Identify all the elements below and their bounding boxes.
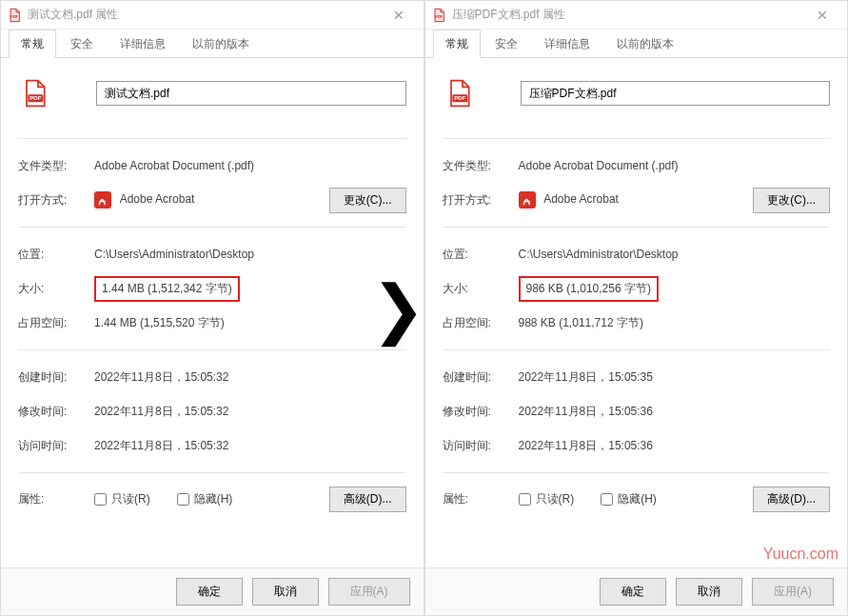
pdf-file-icon: PDF <box>7 8 22 23</box>
titlebar: PDF 测试文档.pdf 属性 ✕ <box>1 1 424 30</box>
window-title: 压缩PDF文档.pdf 属性 <box>452 7 804 23</box>
location-value: C:\Users\Administrator\Desktop <box>519 248 831 261</box>
hidden-checkbox[interactable]: 隐藏(H) <box>177 491 233 507</box>
ok-button[interactable]: 确定 <box>600 578 666 606</box>
modified-value: 2022年11月8日，15:05:32 <box>94 404 406 420</box>
openwith-text: Adobe Acrobat <box>543 192 619 206</box>
tab-security[interactable]: 安全 <box>483 30 530 58</box>
footer: 确定 取消 应用(A) <box>425 567 848 615</box>
close-button[interactable]: ✕ <box>380 8 418 23</box>
hidden-input[interactable] <box>177 493 189 506</box>
location-label: 位置: <box>18 247 94 263</box>
location-label: 位置: <box>443 247 519 263</box>
window-title: 测试文档.pdf 属性 <box>28 7 380 23</box>
separator <box>443 227 831 228</box>
close-button[interactable]: ✕ <box>803 8 841 23</box>
separator <box>18 227 406 228</box>
readonly-checkbox[interactable]: 只读(R) <box>94 491 150 507</box>
readonly-text: 只读(R) <box>111 491 150 507</box>
separator <box>443 472 831 473</box>
separator <box>18 138 406 139</box>
openwith-label: 打开方式: <box>18 192 94 209</box>
modified-value: 2022年11月8日，15:05:36 <box>519 404 831 420</box>
tabs-bar: 常规 安全 详细信息 以前的版本 <box>1 30 424 58</box>
accessed-label: 访问时间: <box>18 438 94 454</box>
hidden-checkbox[interactable]: 隐藏(H) <box>601 491 657 507</box>
properties-window-original: PDF 测试文档.pdf 属性 ✕ 常规 安全 详细信息 以前的版本 PDF 文… <box>0 0 424 616</box>
ondisk-label: 占用空间: <box>443 315 519 331</box>
tab-versions[interactable]: 以前的版本 <box>180 30 262 58</box>
filetype-value: Adobe Acrobat Document (.pdf) <box>519 159 831 172</box>
tab-general[interactable]: 常规 <box>9 30 56 58</box>
readonly-text: 只读(R) <box>536 491 575 507</box>
accessed-label: 访问时间: <box>443 438 519 454</box>
ondisk-label: 占用空间: <box>18 315 94 331</box>
tab-versions[interactable]: 以前的版本 <box>604 30 686 58</box>
filetype-label: 文件类型: <box>443 158 519 174</box>
pdf-file-icon: PDF <box>431 8 446 23</box>
pdf-icon: PDF <box>18 77 50 109</box>
pdf-icon: PDF <box>443 77 475 109</box>
readonly-checkbox[interactable]: 只读(R) <box>519 491 575 507</box>
hidden-text: 隐藏(H) <box>194 491 233 507</box>
tabs-bar: 常规 安全 详细信息 以前的版本 <box>425 30 848 58</box>
created-label: 创建时间: <box>18 369 94 386</box>
ondisk-value: 1.44 MB (1,515,520 字节) <box>94 315 406 331</box>
change-button[interactable]: 更改(C)... <box>753 188 830 213</box>
size-label: 大小: <box>18 281 94 297</box>
modified-label: 修改时间: <box>443 404 519 420</box>
readonly-input[interactable] <box>94 493 107 506</box>
cancel-button[interactable]: 取消 <box>252 578 319 606</box>
openwith-value: Adobe Acrobat <box>94 191 329 209</box>
titlebar: PDF 压缩PDF文档.pdf 属性 ✕ <box>425 1 848 30</box>
separator <box>18 349 406 350</box>
size-value: 986 KB (1,010,256 字节) <box>519 276 659 302</box>
separator <box>18 472 406 473</box>
readonly-input[interactable] <box>519 493 531 506</box>
openwith-text: Adobe Acrobat <box>120 192 195 206</box>
advanced-button[interactable]: 高级(D)... <box>329 487 406 512</box>
properties-body: PDF 文件类型: Adobe Acrobat Document (.pdf) … <box>1 58 424 567</box>
created-label: 创建时间: <box>443 369 519 386</box>
tab-general[interactable]: 常规 <box>433 30 481 58</box>
properties-window-compressed: PDF 压缩PDF文档.pdf 属性 ✕ 常规 安全 详细信息 以前的版本 PD… <box>424 0 849 616</box>
filename-input[interactable] <box>96 81 406 106</box>
accessed-value: 2022年11月8日，15:05:36 <box>519 438 831 454</box>
properties-body: PDF 文件类型: Adobe Acrobat Document (.pdf) … <box>425 58 848 567</box>
tab-details[interactable]: 详细信息 <box>532 30 602 58</box>
separator <box>443 138 831 139</box>
ok-button[interactable]: 确定 <box>176 578 243 606</box>
change-button[interactable]: 更改(C)... <box>329 188 406 213</box>
location-value: C:\Users\Administrator\Desktop <box>94 248 406 261</box>
openwith-value: Adobe Acrobat <box>519 191 754 209</box>
size-label: 大小: <box>443 281 519 297</box>
advanced-button[interactable]: 高级(D)... <box>753 487 830 512</box>
separator <box>443 349 831 350</box>
filetype-value: Adobe Acrobat Document (.pdf) <box>94 159 406 172</box>
openwith-label: 打开方式: <box>443 192 519 209</box>
hidden-text: 隐藏(H) <box>618 491 657 507</box>
svg-text:PDF: PDF <box>30 95 41 101</box>
size-value: 1.44 MB (1,512,342 字节) <box>94 276 240 302</box>
cancel-button[interactable]: 取消 <box>676 578 742 606</box>
apply-button[interactable]: 应用(A) <box>328 578 410 606</box>
acrobat-icon <box>519 191 536 209</box>
footer: 确定 取消 应用(A) <box>1 567 424 615</box>
apply-button[interactable]: 应用(A) <box>752 578 834 606</box>
created-value: 2022年11月8日，15:05:32 <box>94 369 406 386</box>
attrs-label: 属性: <box>443 491 519 507</box>
attrs-label: 属性: <box>18 491 94 507</box>
modified-label: 修改时间: <box>18 404 94 420</box>
filetype-label: 文件类型: <box>18 158 94 174</box>
svg-text:PDF: PDF <box>10 14 19 19</box>
acrobat-icon <box>94 191 111 209</box>
svg-text:PDF: PDF <box>454 95 465 101</box>
tab-details[interactable]: 详细信息 <box>108 30 178 58</box>
tab-security[interactable]: 安全 <box>58 30 106 58</box>
svg-text:PDF: PDF <box>435 14 444 19</box>
accessed-value: 2022年11月8日，15:05:32 <box>94 438 406 454</box>
filename-input[interactable] <box>521 81 831 106</box>
hidden-input[interactable] <box>601 493 613 506</box>
created-value: 2022年11月8日，15:05:35 <box>519 369 831 386</box>
ondisk-value: 988 KB (1,011,712 字节) <box>519 315 831 331</box>
